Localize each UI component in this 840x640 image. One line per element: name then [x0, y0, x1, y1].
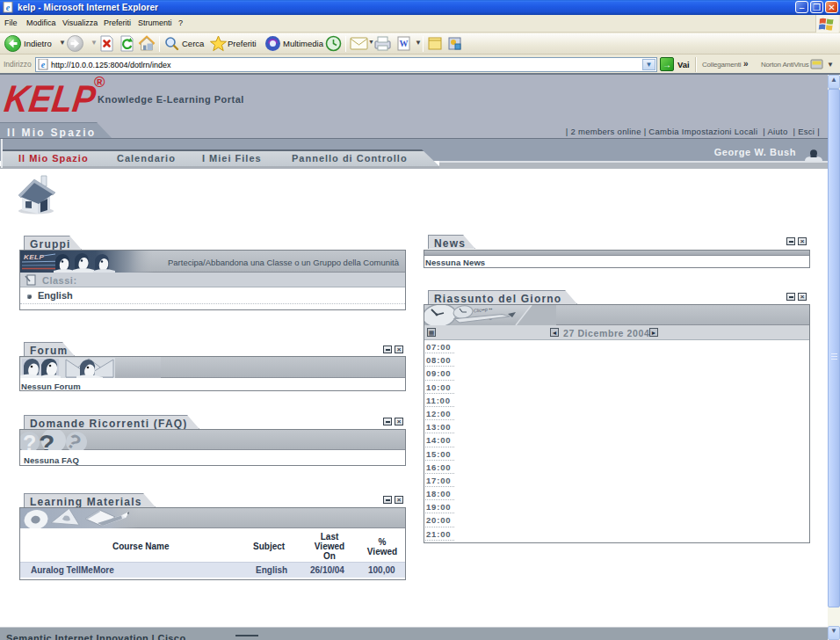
svg-text:?: ? [23, 431, 36, 450]
svg-text:e: e [41, 60, 46, 69]
svg-text:W: W [400, 39, 409, 48]
svg-text:KELP: KELP [24, 253, 45, 261]
svg-text:e: e [6, 3, 11, 12]
svg-text:?: ? [39, 430, 54, 450]
